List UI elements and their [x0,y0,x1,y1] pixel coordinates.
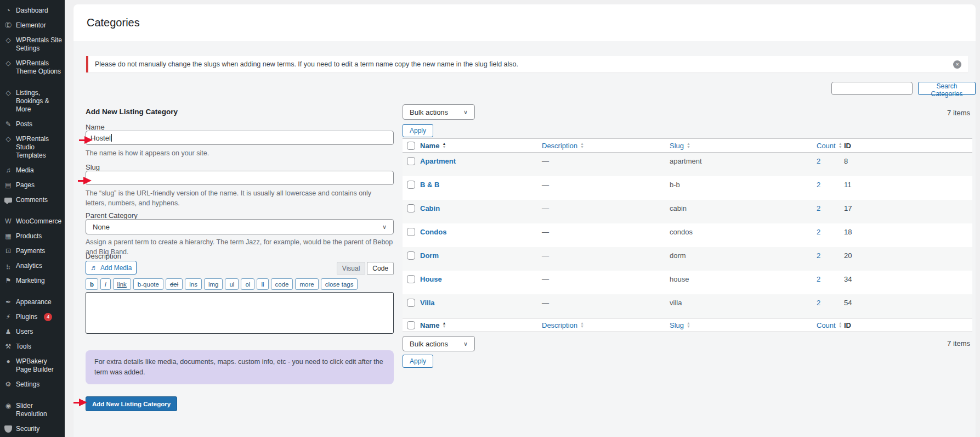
row-checkbox[interactable] [407,275,415,283]
sidebar-item[interactable]: Comments [0,193,65,208]
category-name-link[interactable]: B & B [420,181,439,189]
search-categories-button[interactable]: Search Categories [918,82,976,95]
description-textarea[interactable] [86,292,394,334]
sidebar-item-label: Security [16,425,39,433]
sidebar-item[interactable]: ◇ Listings, Bookings & More [0,79,65,117]
category-count-link[interactable]: 2 [817,204,820,212]
quicktag-button[interactable]: ol [241,278,254,290]
row-checkbox[interactable] [407,181,415,189]
tab-visual[interactable]: Visual [337,262,365,274]
sidebar-item[interactable]: ⚙ Settings [0,377,65,392]
category-name-link[interactable]: Villa [420,299,435,307]
quicktag-button[interactable]: del [166,278,183,290]
sort-arrows-icon[interactable]: ▲▼ [442,322,446,328]
column-header-label[interactable]: Description [542,321,577,329]
sidebar-item[interactable]: ♟ Users [0,324,65,339]
sidebar-item[interactable]: ◇ WPRentals Site Settings [0,33,65,56]
parent-category-value: None [93,223,110,231]
column-header-label[interactable]: ID [844,321,851,329]
sidebar-item[interactable]: ▤ Pages [0,178,65,193]
sort-arrows-icon[interactable]: ▲▼ [687,142,690,149]
category-name-link[interactable]: House [420,275,442,283]
sidebar-item[interactable]: ♫ Media [0,163,65,178]
category-count-link[interactable]: 2 [817,251,820,260]
category-name-link[interactable]: Apartment [420,157,456,165]
sidebar-item[interactable]: ● WPBakery Page Builder [0,354,65,377]
category-id: 17 [844,204,972,212]
sort-arrows-icon[interactable]: ▲▼ [839,142,842,149]
apply-button-bottom[interactable]: Apply [403,355,433,368]
row-checkbox[interactable] [407,157,415,165]
slug-input[interactable] [86,171,394,185]
select-all-checkbox[interactable] [407,321,415,329]
dismiss-notice-icon[interactable]: ✕ [953,60,961,69]
category-count-link[interactable]: 2 [817,228,820,236]
column-header-label[interactable]: Description [542,142,577,150]
column-header-label[interactable]: Name [420,142,439,150]
bulk-actions-select-bottom[interactable]: Bulk actions ∨ [403,336,475,351]
main-content: Categories Please do not manually change… [65,0,980,437]
bulk-actions-select-top[interactable]: Bulk actions ∨ [403,104,475,120]
sidebar-item[interactable]: ⊡ Payments [0,244,65,259]
category-count-link[interactable]: 2 [817,299,820,307]
wprentals-diamond-icon: ◇ [4,89,12,97]
sidebar-item[interactable]: ⚑ Marketing [0,273,65,288]
sort-arrows-icon[interactable]: ▲▼ [580,322,584,328]
row-checkbox[interactable] [407,251,415,260]
add-media-button[interactable]: ♬ Add Media [86,261,137,274]
quicktag-button[interactable]: img [204,278,223,290]
quicktag-button[interactable]: b [86,278,98,290]
sidebar-item[interactable]: ◇ WPRentals Theme Options [0,56,65,79]
sort-arrows-icon[interactable]: ▲▼ [839,322,842,328]
sort-arrows-icon[interactable]: ▲▼ [442,142,446,149]
sidebar-item[interactable]: ✒ Appearance [0,288,65,310]
column-header-label[interactable]: Name [420,321,439,329]
column-header-label[interactable]: ID [844,142,851,150]
quicktag-button[interactable]: li [257,278,268,290]
quicktag-button[interactable]: more [295,278,318,290]
column-header-label[interactable]: Count [817,321,836,329]
search-categories-input[interactable] [831,82,913,95]
column-header-label[interactable]: Slug [670,321,684,329]
sidebar-item[interactable]: ⣦ Analytics [0,259,65,273]
quicktag-button[interactable]: link [113,278,131,290]
category-count-link[interactable]: 2 [817,181,820,189]
parent-category-select[interactable]: None ∨ [86,219,394,234]
sort-arrows-icon[interactable]: ▲▼ [687,322,690,328]
row-checkbox[interactable] [407,228,415,236]
sidebar-item[interactable]: ◇ WPRentals Studio Templates [0,132,65,163]
sort-arrows-icon[interactable]: ▲▼ [580,142,584,149]
category-description: — [542,157,670,165]
sidebar-item[interactable]: W WooCommerce [0,208,65,229]
sidebar-item[interactable]: ⚒ Tools [0,339,65,354]
sidebar-item[interactable]: ◔ Dashboard [0,3,65,18]
quicktag-button[interactable]: code [271,278,293,290]
tab-code[interactable]: Code [367,262,394,274]
sidebar-item-label: Analytics [16,262,42,270]
apply-button-top[interactable]: Apply [403,124,433,137]
sidebar-item[interactable]: ⚡ Plugins4 [0,310,65,324]
category-name-link[interactable]: Dorm [420,251,439,260]
row-checkbox[interactable] [407,299,415,307]
quicktag-button[interactable]: ins [185,278,202,290]
sidebar-item[interactable]: ◉ Slider Revolution [0,392,65,422]
row-checkbox[interactable] [407,204,415,212]
select-all-checkbox[interactable] [407,142,415,150]
category-name-link[interactable]: Condos [420,228,446,236]
quicktag-button[interactable]: close tags [321,278,358,290]
add-new-listing-category-button[interactable]: Add New Listing Category [86,396,177,411]
sidebar-item[interactable]: ▦ Products [0,229,65,244]
quicktag-button[interactable]: i [100,278,111,290]
column-header-label[interactable]: Count [817,142,836,150]
quicktag-button[interactable]: ul [225,278,239,290]
category-count-link[interactable]: 2 [817,275,820,283]
name-input[interactable]: Hostel [86,131,394,145]
category-count-link[interactable]: 2 [817,157,820,165]
quicktag-button[interactable]: b-quote [133,278,163,290]
sidebar-item[interactable]: ✎ Posts [0,117,65,132]
sidebar-item[interactable]: Security [0,422,65,436]
category-name-link[interactable]: Cabin [420,204,440,212]
category-id: 11 [844,181,972,189]
column-header-label[interactable]: Slug [670,142,684,150]
sidebar-item[interactable]: Ⓔ Elementor [0,18,65,33]
